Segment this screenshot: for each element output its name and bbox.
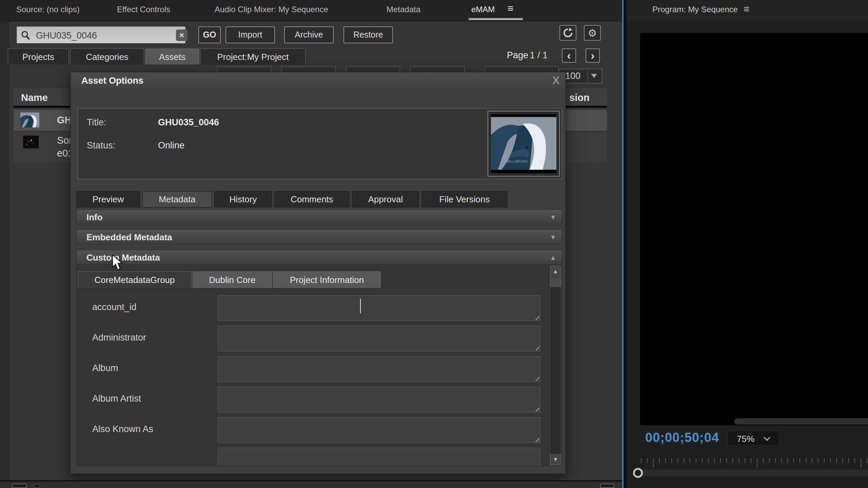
tab-program[interactable]: Program: My Sequence bbox=[652, 5, 738, 14]
background-toolbar-button bbox=[346, 66, 400, 72]
field-input-album-artist[interactable] bbox=[218, 387, 540, 412]
close-icon[interactable]: X bbox=[549, 74, 563, 87]
ruler-tick bbox=[757, 458, 757, 468]
tab-audio-clip-mixer[interactable]: Audio Clip Mixer: My Sequence bbox=[215, 5, 328, 14]
field-label-album-artist: Album Artist bbox=[92, 393, 141, 404]
metadata-group-tab-core[interactable]: CoreMetadataGroup bbox=[78, 271, 192, 288]
ruler-tick bbox=[800, 458, 800, 463]
ruler-tick bbox=[665, 458, 666, 463]
archive-button[interactable]: Archive bbox=[284, 26, 334, 43]
accordion-label: Embedded Metadata bbox=[86, 232, 172, 243]
import-button[interactable]: Import bbox=[225, 26, 275, 43]
search-input[interactable]: GHU035_0046 × bbox=[17, 26, 185, 43]
field-input-album[interactable] bbox=[218, 356, 540, 382]
field-input-account-id[interactable] bbox=[218, 295, 540, 321]
scroll-down-icon[interactable]: ▼ bbox=[550, 454, 561, 465]
column-header-name[interactable]: Name bbox=[21, 92, 48, 103]
dialog-header[interactable]: Asset Options X bbox=[71, 72, 566, 89]
ruler-tick bbox=[641, 458, 642, 463]
ruler-tick bbox=[720, 458, 721, 463]
ruler-tick bbox=[677, 458, 678, 463]
zoom-level-dropdown[interactable]: 75% bbox=[728, 431, 779, 446]
status-label: Status: bbox=[87, 140, 115, 151]
resize-grip-icon[interactable] bbox=[534, 376, 539, 381]
tab-metadata[interactable]: Metadata bbox=[387, 5, 420, 14]
program-video-area[interactable] bbox=[640, 33, 868, 425]
dialog-tab-metadata[interactable]: Metadata bbox=[142, 191, 212, 207]
dialog-tab-history[interactable]: History bbox=[214, 191, 272, 207]
field-input-partial[interactable] bbox=[218, 448, 540, 466]
metadata-group-tab-dublin-core[interactable]: Dublin Core bbox=[193, 271, 272, 288]
nav-tab-projects[interactable]: Projects bbox=[8, 48, 69, 64]
nav-tab-project-my-project[interactable]: Project:My Project bbox=[200, 48, 305, 64]
ruler-tick bbox=[696, 458, 696, 463]
metadata-scrollbar[interactable]: ▲ ▼ bbox=[550, 266, 561, 465]
scroll-up-icon[interactable]: ▲ bbox=[550, 266, 561, 277]
title-value: GHU035_0046 bbox=[158, 117, 219, 128]
chevron-down-icon bbox=[764, 434, 770, 441]
restore-button[interactable]: Restore bbox=[343, 26, 393, 43]
timeline-ruler[interactable] bbox=[641, 458, 868, 468]
ruler-tick bbox=[824, 458, 825, 463]
tab-emam[interactable]: eMAM bbox=[471, 5, 495, 14]
accordion-label: Info bbox=[86, 212, 103, 223]
dialog-tab-approval[interactable]: Approval bbox=[352, 191, 419, 207]
next-page-button[interactable]: › bbox=[586, 48, 600, 63]
dialog-title: Asset Options bbox=[81, 76, 143, 86]
ruler-tick bbox=[769, 458, 770, 463]
resize-grip-icon[interactable] bbox=[534, 315, 539, 320]
scrollbar-thumb[interactable] bbox=[550, 278, 561, 287]
refresh-icon bbox=[563, 28, 573, 38]
ruler-tick bbox=[684, 458, 684, 463]
dialog-tab-comments[interactable]: Comments bbox=[274, 191, 350, 207]
dialog-tab-file-versions[interactable]: File Versions bbox=[421, 191, 508, 207]
tab-source[interactable]: Source: (no clips) bbox=[16, 5, 80, 14]
panel-corner-icon[interactable] bbox=[34, 484, 40, 488]
page-label: Page bbox=[507, 50, 528, 60]
ruler-tick bbox=[781, 458, 782, 463]
dropdown-arrow-icon bbox=[591, 74, 597, 78]
metadata-group-tab-project-information[interactable]: Project Information bbox=[273, 271, 381, 288]
panel-menu-icon[interactable]: ≡ bbox=[744, 4, 750, 14]
prev-page-button[interactable]: ‹ bbox=[562, 48, 576, 63]
panel-corner-icon[interactable] bbox=[12, 484, 27, 488]
ruler-tick bbox=[659, 458, 660, 463]
ruler-tick bbox=[861, 458, 861, 468]
accordion-embedded-metadata[interactable]: Embedded Metadata ▼ bbox=[76, 229, 562, 244]
asset-info-box: Title: GHU035_0046 Status: Online BILLAB… bbox=[78, 108, 562, 179]
clear-search-button[interactable]: × bbox=[176, 29, 188, 41]
field-input-administrator[interactable] bbox=[218, 326, 540, 351]
chevron-down-icon: ▼ bbox=[550, 214, 556, 221]
panel-menu-icon[interactable]: ≡ bbox=[508, 3, 514, 14]
field-input-also-known-as[interactable] bbox=[218, 417, 540, 443]
tab-effect-controls[interactable]: Effect Controls bbox=[117, 5, 170, 14]
asset-thumbnail-wave: BILLABONG bbox=[491, 114, 556, 173]
accordion-info[interactable]: Info ▼ bbox=[76, 209, 562, 224]
title-label: Title: bbox=[87, 117, 106, 128]
settings-button[interactable]: ⚙ bbox=[584, 25, 601, 41]
resize-grip-icon[interactable] bbox=[534, 345, 539, 350]
playhead-handle[interactable] bbox=[633, 468, 643, 478]
accordion-custom-metadata[interactable]: Custom Metadata ▲ bbox=[76, 250, 562, 265]
divider bbox=[588, 70, 588, 82]
asset-options-dialog: Asset Options X Title: GHU035_0046 Statu… bbox=[70, 72, 566, 474]
refresh-button[interactable] bbox=[559, 25, 576, 41]
go-button[interactable]: GO bbox=[198, 26, 221, 43]
nav-tab-categories[interactable]: Categories bbox=[70, 48, 144, 64]
resize-grip-icon[interactable] bbox=[534, 406, 539, 411]
app-window: Source: (no clips) Effect Controls Audio… bbox=[0, 0, 868, 488]
nav-tab-assets[interactable]: Assets bbox=[145, 48, 199, 64]
panel-corner-icon[interactable] bbox=[600, 484, 614, 488]
timecode-display[interactable]: 00;00;50;04 bbox=[645, 430, 719, 445]
field-label-also-known-as: Also Known As bbox=[92, 424, 153, 434]
background-toolbar-button bbox=[410, 66, 465, 72]
ruler-tick bbox=[702, 458, 703, 463]
video-horizontal-scrollbar[interactable] bbox=[734, 418, 868, 425]
dialog-tab-preview[interactable]: Preview bbox=[76, 191, 140, 207]
ruler-tick bbox=[830, 458, 831, 463]
asset-row-right bbox=[566, 132, 607, 163]
resize-grip-icon[interactable] bbox=[534, 437, 539, 442]
scrubber-track[interactable] bbox=[639, 469, 868, 476]
ruler-tick bbox=[842, 458, 843, 463]
search-value: GHU035_0046 bbox=[36, 30, 97, 41]
